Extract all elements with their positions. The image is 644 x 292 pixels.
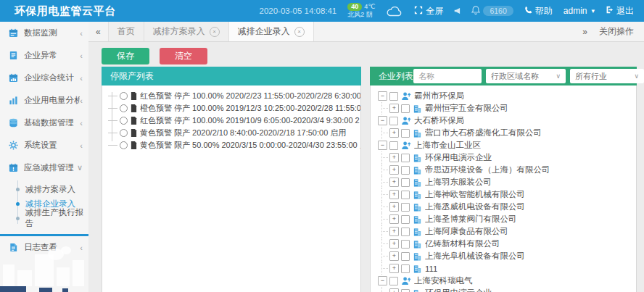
checkbox[interactable] bbox=[389, 141, 398, 150]
radio-button[interactable] bbox=[120, 117, 128, 125]
sidebar-item-5[interactable]: 系统设置‹ bbox=[0, 134, 88, 157]
tab-close-icon[interactable]: × bbox=[210, 27, 220, 37]
tab-label: 减排企业录入 bbox=[238, 25, 290, 38]
tabs-collapse-left-icon[interactable]: « bbox=[88, 22, 108, 41]
tree-node-company[interactable]: +111 bbox=[371, 262, 636, 275]
tree-node-company[interactable]: +上海羽东服装公司 bbox=[371, 176, 636, 188]
tree-connector-line bbox=[378, 262, 389, 275]
sidebar-item-7[interactable]: 日志查看‹ bbox=[0, 236, 88, 259]
tree-node-company[interactable]: +帝思迈环境设备（上海）有限公司 bbox=[371, 164, 636, 176]
tree-node-company[interactable]: +霸州恒宇五金有限公司 bbox=[371, 102, 636, 114]
expand-toggle[interactable]: + bbox=[389, 264, 399, 273]
checkbox[interactable] bbox=[401, 215, 410, 224]
tree-node-org[interactable]: −上海安科瑞电气 bbox=[371, 275, 636, 287]
expand-toggle[interactable]: + bbox=[389, 202, 399, 212]
expand-toggle[interactable]: − bbox=[378, 116, 387, 125]
sidebar-item-6[interactable]: 应急减排管理∨ bbox=[0, 157, 88, 179]
radio-button[interactable] bbox=[120, 104, 128, 112]
checkbox[interactable] bbox=[401, 264, 410, 273]
notifications-button[interactable]: 6160 bbox=[471, 5, 513, 17]
sidebar-subitem-0[interactable]: 减排方案录入 bbox=[0, 182, 88, 196]
tab-close-icon[interactable]: × bbox=[294, 27, 305, 37]
restriction-tree-row[interactable]: 黄色预警 限产 50.00% 2020/3/15 0:00:00-2020/4/… bbox=[102, 139, 360, 151]
sidebar-item-label: 企业异常 bbox=[24, 50, 80, 61]
sidebar-subitem-2[interactable]: 减排生产执行报告 bbox=[0, 211, 88, 225]
tree-branch-line bbox=[108, 108, 117, 109]
tree-node-company[interactable]: +上海神欧智能机械有限公司 bbox=[371, 188, 636, 201]
tab-1[interactable]: 减排方案录入× bbox=[144, 22, 229, 41]
expand-toggle[interactable]: + bbox=[389, 165, 399, 175]
tree-node-company[interactable]: +上海圣博莱阀门有限公司 bbox=[371, 213, 636, 225]
app-title: 环保用电监管云平台 bbox=[0, 4, 116, 18]
checkbox[interactable] bbox=[401, 289, 410, 292]
tabs-collapse-right-icon[interactable]: » bbox=[582, 27, 587, 37]
expand-toggle[interactable]: + bbox=[389, 153, 399, 162]
mute-speaker-icon[interactable] bbox=[454, 7, 461, 14]
tree-node-company[interactable]: +营口市大石桥盛海化工有限公司 bbox=[371, 127, 636, 139]
tree-node-company[interactable]: +上海光阜机械设备有限公司 bbox=[371, 250, 636, 262]
expand-toggle[interactable]: + bbox=[389, 104, 399, 113]
region-select-value: 行政区域名称 bbox=[491, 71, 539, 82]
user-menu[interactable]: admin ▾ bbox=[564, 6, 595, 16]
expand-toggle[interactable]: + bbox=[389, 239, 399, 249]
tab-0[interactable]: 首页 bbox=[108, 22, 144, 41]
sidebar-item-0[interactable]: 数据监测‹ bbox=[0, 22, 88, 44]
expand-toggle[interactable]: − bbox=[378, 141, 387, 150]
checkbox[interactable] bbox=[401, 191, 410, 199]
expand-toggle[interactable]: + bbox=[389, 128, 399, 138]
fullscreen-button[interactable]: 全屏 bbox=[414, 5, 443, 17]
expand-toggle[interactable]: + bbox=[389, 251, 399, 261]
expand-toggle[interactable]: − bbox=[378, 91, 387, 101]
tree-connector-line bbox=[378, 127, 389, 139]
save-button[interactable]: 保存 bbox=[102, 48, 149, 64]
close-operations-button[interactable]: 关闭操作 bbox=[599, 25, 634, 38]
bullet-dot-icon bbox=[16, 188, 20, 191]
checkbox[interactable] bbox=[389, 277, 398, 285]
tree-node-company[interactable]: +亿铸新材料有限公司 bbox=[371, 238, 636, 250]
expand-toggle[interactable]: + bbox=[389, 214, 399, 224]
tree-node-company[interactable]: +上海阿康食品有限公司 bbox=[371, 225, 636, 238]
restriction-tree-row[interactable]: 黄色预警 限产 2020/2/10 8:40:00-2020/2/18 17:5… bbox=[102, 127, 360, 139]
checkbox[interactable] bbox=[401, 228, 410, 236]
tree-node-org[interactable]: −上海市金山工业区 bbox=[371, 139, 636, 151]
tree-node-company[interactable]: +上海丞威机电设备有限公司 bbox=[371, 201, 636, 213]
radio-button[interactable] bbox=[120, 92, 128, 100]
checkbox[interactable] bbox=[401, 240, 410, 249]
checkbox[interactable] bbox=[401, 154, 410, 162]
checkbox[interactable] bbox=[389, 117, 398, 125]
logout-button[interactable]: 退出 bbox=[606, 5, 634, 17]
sidebar-item-4[interactable]: 基础数据管理‹ bbox=[0, 112, 88, 134]
industry-select[interactable]: 所有行业 ∨ bbox=[570, 69, 644, 83]
restriction-tree-row[interactable]: 红色预警 停产 100.00% 2019/10/9 6:05:00-2020/3… bbox=[102, 114, 360, 127]
checkbox[interactable] bbox=[389, 92, 398, 101]
help-button[interactable]: 帮助 bbox=[524, 5, 553, 17]
chevron-left-icon: ‹ bbox=[80, 119, 83, 128]
tree-node-org[interactable]: −霸州市环保局 bbox=[371, 90, 636, 102]
region-select[interactable]: 行政区域名称 ∨ bbox=[486, 69, 566, 83]
restriction-tree-row[interactable]: 红色预警 停产 100.00% 2020/2/23 11:55:00-2020/… bbox=[102, 90, 360, 102]
checkbox[interactable] bbox=[401, 252, 410, 261]
checkbox[interactable] bbox=[401, 166, 410, 175]
org-icon bbox=[401, 91, 411, 101]
expand-toggle[interactable]: + bbox=[389, 178, 399, 187]
restriction-tree-row[interactable]: 橙色预警 停产 100.00% 2019/12/3 10:25:00-2020/… bbox=[102, 102, 360, 114]
sidebar-item-1[interactable]: 企业异常‹ bbox=[0, 44, 88, 67]
radio-button[interactable] bbox=[120, 141, 128, 149]
tree-node-company[interactable]: +环保用电演示企业 bbox=[371, 287, 636, 292]
checkbox[interactable] bbox=[401, 178, 410, 187]
sidebar-item-3[interactable]: 企业用电量分析‹ bbox=[0, 89, 88, 112]
name-filter-input[interactable] bbox=[413, 69, 482, 83]
tree-node-org[interactable]: −大石桥环保局 bbox=[371, 114, 636, 127]
radio-button[interactable] bbox=[120, 129, 128, 137]
expand-toggle[interactable]: + bbox=[389, 227, 399, 236]
tree-node-company[interactable]: +环保用电演示企业 bbox=[371, 151, 636, 164]
checkbox[interactable] bbox=[401, 104, 410, 113]
expand-toggle[interactable]: − bbox=[378, 276, 387, 285]
expand-toggle[interactable]: + bbox=[389, 190, 399, 199]
expand-toggle[interactable]: + bbox=[389, 288, 399, 292]
sidebar-item-2[interactable]: 企业综合统计‹ bbox=[0, 67, 88, 89]
tab-2[interactable]: 减排企业录入× bbox=[229, 22, 314, 41]
checkbox[interactable] bbox=[401, 203, 410, 212]
clear-button[interactable]: 清空 bbox=[160, 48, 207, 64]
checkbox[interactable] bbox=[401, 129, 410, 138]
